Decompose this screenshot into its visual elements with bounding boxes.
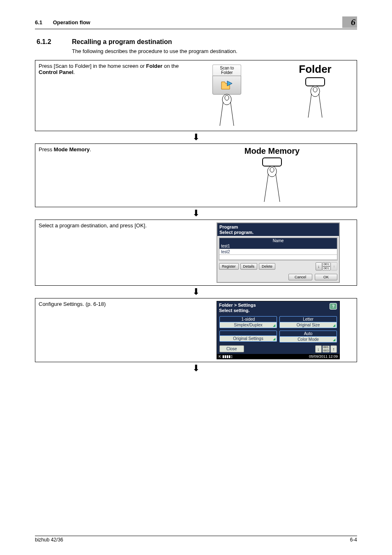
product-name: bizhub 42/36 bbox=[35, 537, 63, 543]
setting-original-settings[interactable]: Original Settings◢ bbox=[219, 331, 277, 342]
status-bar: K ▮▮▮▮▯ 05/09/2011 12:09 bbox=[217, 354, 339, 359]
step-2: Press Mode Memory. Mode Memory bbox=[35, 143, 357, 207]
dropdown-icon: ◢ bbox=[273, 324, 275, 327]
page-current: 001 bbox=[323, 262, 330, 266]
mode-memory-label: Mode Memory bbox=[244, 146, 300, 156]
page-down-button[interactable]: ↓ bbox=[316, 262, 322, 271]
step-3-text: Select a program destination, and press … bbox=[35, 220, 200, 285]
section-title: Operation flow bbox=[53, 19, 90, 25]
settings-screen: Folder > SettingsSelect setting. ? 1-sid… bbox=[217, 301, 340, 359]
step-3: Select a program destination, and press … bbox=[35, 220, 357, 286]
down-arrow-icon: ⬇︎ bbox=[35, 362, 357, 375]
delete-button[interactable]: Delete bbox=[259, 263, 275, 270]
folder-physical-button[interactable] bbox=[305, 77, 325, 86]
finger-press-icon bbox=[262, 166, 282, 203]
subsection-title: Recalling a program destination bbox=[72, 38, 172, 46]
toner-level: K ▮▮▮▮▯ bbox=[219, 354, 233, 358]
dropdown-icon: ◢ bbox=[333, 338, 335, 342]
page-total: 003 bbox=[323, 349, 330, 352]
datetime: 05/09/2011 12:09 bbox=[309, 354, 338, 358]
svg-point-2 bbox=[222, 94, 231, 105]
details-button[interactable]: Details bbox=[240, 263, 258, 270]
page-footer: bizhub 42/36 6-4 bbox=[35, 536, 357, 543]
page-number: 6-4 bbox=[350, 537, 357, 543]
scan-folder-icon bbox=[212, 76, 241, 95]
cancel-button[interactable]: Cancel bbox=[288, 274, 312, 280]
dropdown-icon: ◢ bbox=[333, 324, 335, 327]
dropdown-icon: ◢ bbox=[273, 337, 275, 341]
step-2-text: Press Mode Memory. bbox=[35, 144, 187, 207]
column-header-name: Name bbox=[219, 237, 338, 243]
folder-key-label: Folder bbox=[299, 63, 331, 76]
down-arrow-icon: ⬇︎ bbox=[35, 286, 357, 298]
register-button[interactable]: Register bbox=[219, 263, 239, 270]
step-3-graphics: ProgramSelect program. Name test1 test2 … bbox=[200, 220, 357, 285]
page-total: 001 bbox=[323, 266, 330, 271]
subsection-heading: 6.1.2 Recalling a program destination bbox=[35, 38, 357, 46]
page-up-button[interactable]: ↑ bbox=[331, 262, 337, 271]
step-4: Configure Settings. (p. 6-18) Folder > S… bbox=[35, 298, 357, 362]
page-up-button[interactable]: ↑ bbox=[330, 345, 337, 353]
help-button[interactable]: ? bbox=[330, 303, 337, 310]
scan-to-folder-button[interactable]: Scan toFolder bbox=[212, 65, 241, 95]
down-arrow-icon: ⬇︎ bbox=[35, 131, 357, 143]
screen-title: Folder > SettingsSelect setting. bbox=[217, 301, 339, 314]
ok-button[interactable]: OK bbox=[315, 274, 337, 280]
setting-color-mode[interactable]: Auto Color Mode◢ bbox=[279, 331, 337, 342]
svg-point-4 bbox=[311, 86, 320, 97]
list-item bbox=[219, 255, 337, 260]
close-button[interactable]: Close bbox=[219, 345, 244, 352]
screen-title: ProgramSelect program. bbox=[217, 223, 339, 236]
list-item[interactable]: test1 bbox=[219, 243, 337, 249]
step-1-graphics: Scan toFolder Folder bbox=[187, 60, 357, 131]
down-arrow-icon: ⬇︎ bbox=[35, 207, 357, 220]
list-item[interactable]: test2 bbox=[219, 249, 337, 255]
mode-memory-button[interactable] bbox=[262, 157, 282, 166]
section-number: 6.1 bbox=[35, 19, 42, 25]
step-1: Press [Scan to Folder] in the home scree… bbox=[35, 60, 357, 131]
page-down-button[interactable]: ↓ bbox=[315, 345, 322, 353]
step-2-graphics: Mode Memory bbox=[187, 144, 357, 207]
program-list: test1 test2 bbox=[219, 243, 338, 261]
program-select-screen: ProgramSelect program. Name test1 test2 … bbox=[217, 222, 340, 283]
page-header: 6.1 Operation flow 6 bbox=[35, 16, 357, 29]
chapter-badge: 6 bbox=[342, 16, 357, 28]
step-1-text: Press [Scan to Folder] in the home scree… bbox=[35, 60, 187, 131]
intro-text: The following describes the procedure to… bbox=[72, 48, 357, 54]
step-4-graphics: Folder > SettingsSelect setting. ? 1-sid… bbox=[200, 298, 357, 361]
setting-simplex-duplex[interactable]: 1-sided Simplex/Duplex◢ bbox=[219, 316, 277, 328]
subsection-number: 6.1.2 bbox=[35, 38, 72, 46]
step-4-text: Configure Settings. (p. 6-18) bbox=[35, 298, 200, 361]
finger-press-icon bbox=[217, 94, 237, 127]
section-ref: 6.1 Operation flow bbox=[35, 19, 90, 25]
svg-point-6 bbox=[267, 166, 277, 177]
setting-original-size[interactable]: Letter Original Size◢ bbox=[279, 316, 337, 328]
finger-press-icon bbox=[305, 86, 325, 118]
